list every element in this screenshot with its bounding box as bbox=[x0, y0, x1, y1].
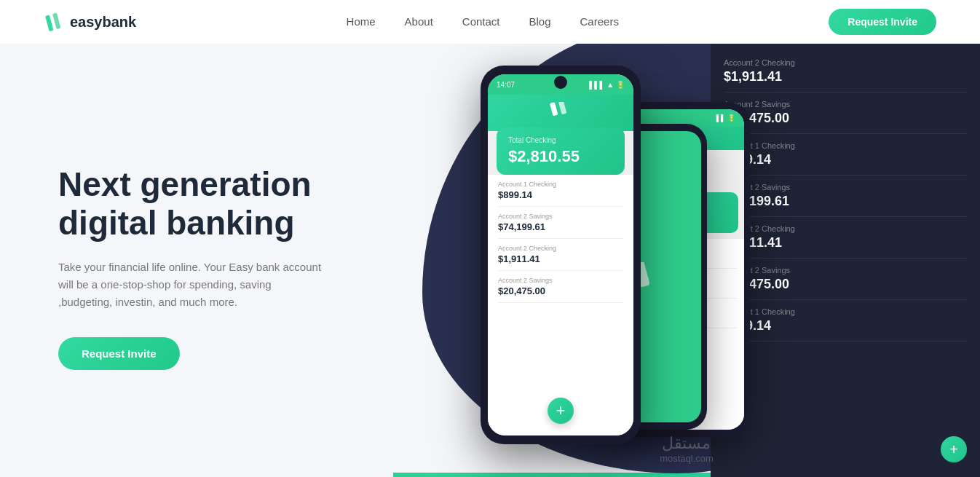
phone-screen-center: 14:07 ▌▌▌ ▲ 🔋 Total Checking bbox=[488, 74, 633, 435]
nav-links: Home About Contact Blog Careers bbox=[347, 15, 619, 28]
right-panel-fab: + bbox=[941, 436, 967, 462]
phone-account-row-1: Account 1 Checking $899.14 bbox=[498, 181, 623, 207]
right-panel-account-3: Account 1 Checking $899.14 bbox=[724, 141, 967, 176]
nav-about[interactable]: About bbox=[405, 15, 433, 28]
phone-signal-center: ▌▌▌ ▲ 🔋 bbox=[589, 81, 625, 89]
phone-account-row-4: Account 2 Savings $20,475.00 bbox=[498, 277, 623, 303]
hero-title: Next generation digital banking bbox=[58, 165, 349, 243]
phone-accounts-center: Account 1 Checking $899.14 Account 2 Sav… bbox=[488, 175, 633, 435]
svg-rect-2 bbox=[550, 102, 558, 116]
right-panel-account-5: Account 2 Checking $1,911.41 bbox=[724, 224, 967, 259]
phone-account-amount-1: $899.14 bbox=[498, 189, 623, 200]
phone-account-amount-4: $20,475.00 bbox=[498, 285, 623, 296]
phone-frame-center: 14:07 ▌▌▌ ▲ 🔋 Total Checking bbox=[481, 66, 641, 444]
phone-account-amount-2: $74,199.61 bbox=[498, 221, 623, 232]
phone-header-center bbox=[488, 95, 633, 131]
phone-account-label-4: Account 2 Savings bbox=[498, 277, 623, 284]
logo: easybank bbox=[44, 12, 136, 32]
hero-description: Take your financial life online. Your Ea… bbox=[58, 259, 328, 311]
watermark-latin: mostaql.com bbox=[660, 453, 714, 464]
svg-rect-1 bbox=[52, 12, 60, 29]
right-panel-inner: Account 2 Checking $1,911.41 Account 2 S… bbox=[724, 58, 967, 342]
hero-request-invite-button[interactable]: Request Invite bbox=[58, 337, 180, 370]
nav-blog[interactable]: Blog bbox=[529, 15, 551, 28]
logo-text: easybank bbox=[70, 14, 136, 31]
right-panel-account-6: Account 2 Savings $20,475.00 bbox=[724, 266, 967, 300]
hero-section: Next generation digital banking Take you… bbox=[0, 44, 980, 477]
phone-center: 14:07 ▌▌▌ ▲ 🔋 Total Checking bbox=[481, 66, 641, 444]
phone-account-row-3: Account 2 Checking $1,911.41 bbox=[498, 245, 623, 271]
logo-icon bbox=[44, 12, 64, 32]
svg-rect-0 bbox=[45, 15, 53, 31]
nav-careers[interactable]: Careers bbox=[580, 15, 619, 28]
nav-contact[interactable]: Contact bbox=[462, 15, 500, 28]
phone-notch-center bbox=[554, 76, 567, 89]
hero-left: Next generation digital banking Take you… bbox=[0, 44, 393, 477]
watermark-arabic: مستقل bbox=[660, 434, 714, 453]
nav-request-invite-button[interactable]: Request Invite bbox=[829, 9, 936, 35]
right-panel: Account 2 Checking $1,911.41 Account 2 S… bbox=[711, 44, 980, 477]
phone-account-amount-3: $1,911.41 bbox=[498, 253, 623, 264]
navbar: easybank Home About Contact Blog Careers… bbox=[0, 0, 980, 44]
phone-account-label-2: Account 2 Savings bbox=[498, 213, 623, 220]
right-panel-account-1: Account 2 Checking $1,911.41 bbox=[724, 58, 967, 92]
right-panel-account-4: Account 2 Savings $74,199.61 bbox=[724, 183, 967, 217]
watermark: مستقل mostaql.com bbox=[660, 434, 714, 464]
phone-logo-center bbox=[550, 102, 572, 117]
phone-balance-label-center: Total Checking bbox=[508, 136, 613, 144]
phone-fab-center: + bbox=[548, 398, 574, 424]
hero-right: 14:07 ▌▌▌ ▲ 🔋 Total Checking bbox=[393, 44, 980, 477]
phone-balance-amount-center: $2,810.55 bbox=[508, 147, 613, 166]
phone-account-label-1: Account 1 Checking bbox=[498, 181, 623, 188]
nav-home[interactable]: Home bbox=[347, 15, 376, 28]
phone-balance-card-center: Total Checking $2,810.55 bbox=[497, 127, 625, 175]
phone-account-row-2: Account 2 Savings $74,199.61 bbox=[498, 213, 623, 239]
right-panel-account-2: Account 2 Savings $20,475.00 bbox=[724, 100, 967, 134]
svg-rect-3 bbox=[558, 102, 566, 114]
right-panel-account-7: Account 1 Checking $899.14 bbox=[724, 307, 967, 342]
phone-account-label-3: Account 2 Checking bbox=[498, 245, 623, 252]
phone-time-center: 14:07 bbox=[497, 81, 515, 89]
